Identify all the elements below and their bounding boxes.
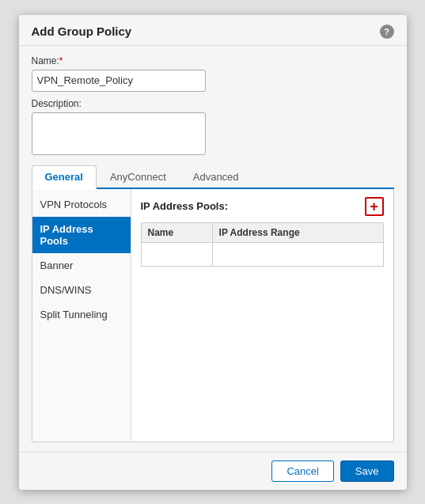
modal-footer: Cancel Save <box>19 452 407 490</box>
description-field-group: Description: <box>32 98 394 157</box>
tab-general[interactable]: General <box>32 165 97 189</box>
name-field-group: Name:* <box>32 55 394 92</box>
empty-cell-name <box>141 242 212 266</box>
name-input[interactable] <box>32 70 206 92</box>
add-ip-pool-button[interactable]: + <box>365 197 384 216</box>
description-label: Description: <box>32 98 394 109</box>
sidebar-item-split-tunneling[interactable]: Split Tunneling <box>32 302 131 327</box>
sidebar-item-banner[interactable]: Banner <box>32 253 131 278</box>
panel-header: IP Address Pools: + <box>141 197 384 216</box>
tab-content: VPN Protocols IP Address Pools Banner DN… <box>32 189 394 442</box>
cancel-button[interactable]: Cancel <box>271 460 333 482</box>
tabs-bar: General AnyConnect Advanced <box>32 165 394 189</box>
table-header-row: Name IP Address Range <box>141 222 383 242</box>
modal-title: Add Group Policy <box>32 25 132 38</box>
col-ip-range: IP Address Range <box>212 222 383 242</box>
col-name: Name <box>141 222 212 242</box>
table-row-empty <box>141 242 383 266</box>
modal-header: Add Group Policy ? <box>19 15 407 46</box>
modal-body: Name:* Description: General AnyConnect A… <box>19 46 407 452</box>
tab-anyconnect[interactable]: AnyConnect <box>97 165 180 188</box>
help-icon[interactable]: ? <box>380 25 394 39</box>
ip-pools-title: IP Address Pools: <box>141 200 229 212</box>
name-label: Name:* <box>32 55 394 66</box>
main-panel: IP Address Pools: + Name IP Address Rang… <box>131 189 393 441</box>
sidebar-item-ip-address-pools[interactable]: IP Address Pools <box>32 217 131 253</box>
sidebar-item-dns-wins[interactable]: DNS/WINS <box>32 278 131 302</box>
tab-advanced[interactable]: Advanced <box>180 165 252 188</box>
ip-pools-table: Name IP Address Range <box>141 222 384 267</box>
sidebar: VPN Protocols IP Address Pools Banner DN… <box>32 189 131 441</box>
save-button[interactable]: Save <box>340 460 394 482</box>
sidebar-item-vpn-protocols[interactable]: VPN Protocols <box>32 192 131 217</box>
table-body <box>141 242 383 266</box>
empty-cell-range <box>212 242 383 266</box>
add-group-policy-modal: Add Group Policy ? Name:* Description: G… <box>19 15 407 490</box>
description-input[interactable] <box>32 112 206 155</box>
table-header: Name IP Address Range <box>141 222 383 242</box>
